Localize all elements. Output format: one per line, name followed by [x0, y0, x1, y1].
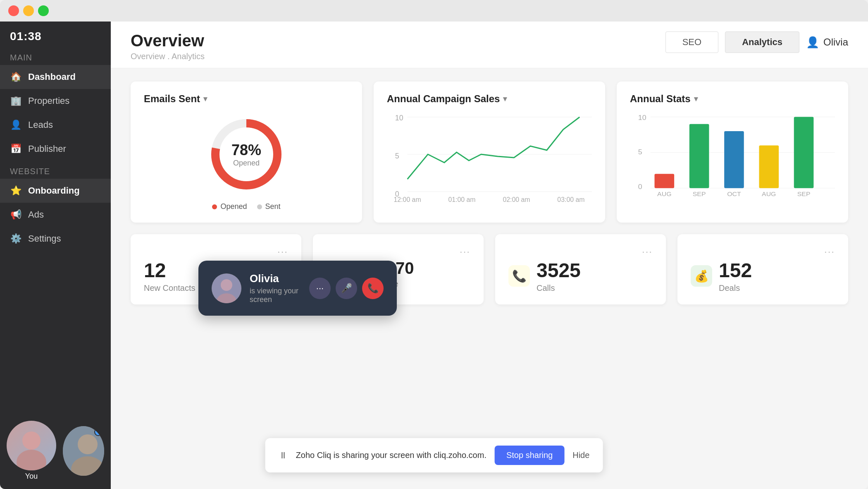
sidebar-time: 01:38: [0, 22, 111, 47]
emails-sent-title: Emails Sent ▾: [144, 93, 349, 105]
call-end-button[interactable]: 📞: [362, 278, 384, 299]
svg-point-0: [22, 431, 41, 450]
sidebar-label-onboarding: Onboarding: [28, 185, 80, 196]
avatar-you: [7, 421, 56, 470]
sidebar-label-dashboard: Dashboard: [28, 72, 76, 82]
close-button[interactable]: [8, 5, 19, 16]
call-overlay: Olivia is viewing your screen ··· 🎤 📞: [198, 261, 397, 316]
svg-text:SEP: SEP: [797, 190, 811, 197]
stat-calls: ··· 📞 3525 Calls: [495, 234, 666, 304]
sidebar-item-ads[interactable]: 📢 Ads: [0, 203, 111, 227]
legend-sent: Sent: [257, 202, 281, 211]
ads-icon: 📢: [10, 209, 21, 220]
svg-point-35: [221, 279, 232, 291]
svg-text:03:00 am: 03:00 am: [557, 196, 584, 203]
donut-percentage: 78%: [231, 141, 261, 159]
call-status: is viewing your screen: [250, 287, 301, 304]
svg-rect-27: [759, 145, 779, 188]
svg-point-1: [17, 450, 46, 470]
maximize-button[interactable]: [38, 5, 49, 16]
charts-row: Emails Sent ▾: [131, 82, 848, 223]
call-more-button[interactable]: ···: [309, 278, 331, 299]
dashboard-icon: 🏠: [10, 72, 21, 82]
pause-icon: ⏸: [279, 450, 288, 461]
annual-stats-card: Annual Stats ▾ 10 5 0: [617, 82, 848, 223]
annual-campaign-title: Annual Campaign Sales ▾: [387, 93, 592, 105]
hide-button[interactable]: Hide: [572, 451, 589, 460]
svg-text:01:00 am: 01:00 am: [448, 196, 475, 203]
avatar-you-container: You: [7, 421, 56, 481]
legend-sent-dot: [257, 204, 262, 209]
svg-text:10: 10: [395, 114, 403, 122]
calls-icon: 📞: [508, 265, 530, 287]
call-mute-button[interactable]: 🎤: [336, 278, 357, 299]
stat-deals-dots: ···: [824, 246, 835, 257]
sidebar-main-label: MAIN: [0, 47, 111, 65]
sidebar-item-onboarding[interactable]: ⭐ Onboarding: [0, 179, 111, 203]
minimize-button[interactable]: [23, 5, 34, 16]
sidebar-label-publisher: Publisher: [28, 144, 66, 154]
publisher-icon: 📅: [10, 144, 21, 154]
line-chart: 10 5 0 12:00 am 0: [387, 113, 592, 204]
annual-campaign-dropdown[interactable]: ▾: [503, 94, 507, 103]
svg-text:5: 5: [395, 152, 399, 160]
sidebar-item-settings[interactable]: ⚙️ Settings: [0, 227, 111, 251]
emails-sent-card: Emails Sent ▾: [131, 82, 362, 223]
stat-orders-dots: ···: [460, 246, 470, 257]
legend-sent-label: Sent: [265, 202, 281, 211]
svg-text:0: 0: [638, 182, 642, 191]
svg-rect-26: [724, 131, 744, 188]
annual-campaign-card: Annual Campaign Sales ▾ 10 5 0: [374, 82, 605, 223]
leads-icon: 👤: [10, 120, 21, 130]
svg-text:OCT: OCT: [727, 190, 741, 197]
user-name: Olivia: [823, 36, 848, 48]
sidebar-item-leads[interactable]: 👤 Leads: [0, 113, 111, 137]
sidebar: 01:38 MAIN 🏠 Dashboard 🏢 Properties 👤 Le…: [0, 22, 111, 489]
header-right: SEO Analytics 👤 Olivia: [665, 31, 848, 53]
sidebar-label-properties: Properties: [28, 96, 69, 106]
legend-opened-label: Opened: [220, 202, 247, 211]
properties-icon: 🏢: [10, 96, 21, 106]
legend-opened-dot: [212, 204, 217, 209]
sidebar-website-label: WEBSITE: [0, 161, 111, 179]
stat-calls-label: Calls: [537, 283, 581, 293]
share-text: Zoho Cliq is sharing your screen with cl…: [296, 451, 486, 460]
svg-text:02:00 am: 02:00 am: [503, 196, 530, 203]
sidebar-item-publisher[interactable]: 📅 Publisher: [0, 137, 111, 161]
stat-contacts-dots: ···: [277, 246, 288, 257]
app-body: 01:38 MAIN 🏠 Dashboard 🏢 Properties 👤 Le…: [0, 22, 868, 489]
svg-text:5: 5: [638, 148, 642, 156]
annual-stats-dropdown[interactable]: ▾: [694, 94, 698, 103]
emails-sent-dropdown[interactable]: ▾: [203, 94, 207, 103]
online-indicator: [94, 428, 103, 436]
page-title: Overview: [131, 31, 205, 50]
avatar-other: [63, 426, 104, 476]
donut-subtitle: Opened: [231, 159, 261, 168]
sidebar-label-leads: Leads: [28, 120, 53, 130]
main-content: Overview Overview . Analytics SEO Analyt…: [111, 22, 868, 489]
annual-stats-title: Annual Stats ▾: [630, 93, 835, 105]
donut-chart: 78% Opened: [205, 113, 288, 196]
tab-seo[interactable]: SEO: [665, 31, 718, 53]
donut-label: 78% Opened: [231, 141, 261, 168]
stat-deals: ··· 💰 152 Deals: [677, 234, 848, 304]
sidebar-item-dashboard[interactable]: 🏠 Dashboard: [0, 65, 111, 89]
stat-deals-label: Deals: [719, 283, 752, 293]
svg-text:10: 10: [638, 114, 646, 122]
donut-legend: Opened Sent: [212, 202, 280, 211]
svg-rect-25: [689, 124, 709, 188]
svg-text:SEP: SEP: [693, 190, 706, 197]
call-avatar: [212, 273, 241, 303]
sidebar-item-properties[interactable]: 🏢 Properties: [0, 89, 111, 113]
stat-calls-dots: ···: [642, 246, 653, 257]
stop-sharing-button[interactable]: Stop sharing: [495, 446, 564, 465]
call-name: Olivia: [250, 272, 301, 285]
svg-rect-24: [655, 174, 675, 188]
you-label: You: [7, 472, 56, 481]
svg-text:12:00 am: 12:00 am: [394, 196, 421, 203]
svg-text:AUG: AUG: [762, 190, 776, 197]
tab-analytics[interactable]: Analytics: [725, 31, 799, 53]
header: Overview Overview . Analytics SEO Analyt…: [111, 22, 868, 68]
svg-text:AUG: AUG: [657, 190, 671, 197]
deals-icon: 💰: [691, 265, 712, 287]
